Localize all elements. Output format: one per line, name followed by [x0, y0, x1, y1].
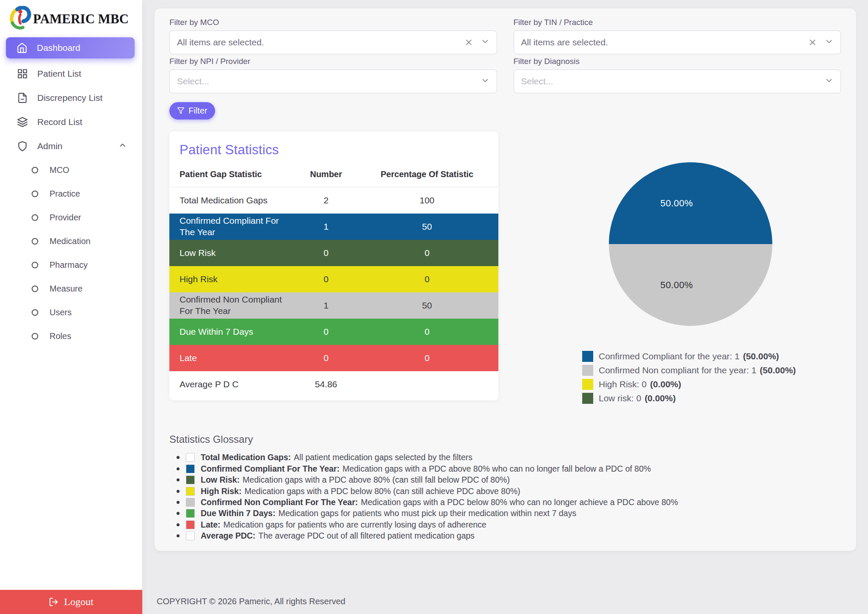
circle-icon — [31, 332, 39, 340]
filter-button[interactable]: Filter — [169, 102, 215, 119]
logout-icon — [49, 597, 58, 607]
table-row: Total Medication Gaps 2 100 — [169, 187, 498, 214]
chevron-down-icon[interactable] — [824, 76, 834, 87]
row-percentage: 50 — [356, 300, 498, 311]
glossary-description: Medication gaps with a PDC above 80% who… — [343, 464, 651, 474]
sidebar-item-admin[interactable]: Admin — [0, 134, 142, 158]
glossary-description: Medication gaps with a PDC below 80% (ca… — [244, 486, 520, 496]
sidebar-item-label: Patient List — [37, 69, 81, 79]
glossary-item: Low Risk: Medication gaps with a PDC abo… — [169, 474, 841, 485]
sidebar-item-discrepency-list[interactable]: Discrepency List — [0, 86, 142, 110]
glossary-swatch — [186, 475, 195, 484]
clear-icon[interactable] — [464, 38, 473, 47]
filter-npi-label: Filter by NPI / Provider — [169, 57, 497, 66]
filter-diagnosis-placeholder: Select... — [521, 76, 825, 86]
glossary-swatch — [186, 531, 195, 540]
filter-mco-value: All items are selected. — [177, 37, 464, 47]
sidebar-item-practice[interactable]: Practice — [0, 182, 142, 206]
chevron-down-icon[interactable] — [824, 37, 834, 48]
circle-icon — [31, 308, 39, 317]
sidebar-item-pharmacy[interactable]: Pharmacy — [0, 253, 142, 277]
filter-group-mco: Filter by MCO All items are selected. — [169, 17, 497, 54]
sidebar-item-label: Roles — [50, 331, 71, 341]
sidebar-item-label: Record List — [37, 117, 82, 127]
row-percentage: 100 — [356, 195, 498, 206]
pie-chart: 50.00% 50.00% — [609, 162, 772, 326]
file-icon — [17, 92, 28, 103]
filter-tin-label: Filter by TIN / Practice — [514, 18, 841, 27]
main-content: Filter by MCO All items are selected. Fi… — [142, 0, 868, 614]
glossary-term: Due Within 7 Days: — [201, 508, 275, 518]
brand-logo-icon — [8, 6, 31, 32]
sidebar-item-medication[interactable]: Medication — [0, 229, 142, 253]
filter-diagnosis-label: Filter by Diagnosis — [514, 57, 841, 66]
filter-mco-select[interactable]: All items are selected. — [169, 31, 497, 54]
brand-logo: PAMERIC MBC — [0, 0, 142, 32]
layers-icon — [17, 117, 28, 128]
chevron-up-icon[interactable] — [118, 141, 127, 152]
glossary-title: Statistics Glossary — [169, 433, 841, 445]
table-row: Due Within 7 Days 0 0 — [169, 319, 498, 345]
grid-icon — [17, 68, 28, 79]
clear-icon[interactable] — [808, 38, 817, 47]
logout-label: Logout — [64, 596, 93, 608]
glossary-term: Low Risk: — [201, 475, 240, 485]
sidebar-item-label: Pharmacy — [50, 260, 88, 270]
sidebar: PAMERIC MBC Dashboard Patient List Discr… — [0, 0, 142, 614]
glossary-description: Medication gaps with a PDC above 80% (ca… — [243, 475, 510, 485]
filter-npi-select[interactable]: Select... — [169, 69, 497, 93]
sidebar-item-record-list[interactable]: Record List — [0, 110, 142, 134]
sidebar-item-dashboard[interactable]: Dashboard — [6, 37, 135, 58]
glossary-swatch — [186, 464, 195, 473]
bullet-icon — [177, 534, 180, 537]
row-percentage: 0 — [356, 274, 498, 284]
filter-group-diagnosis: Filter by Diagnosis Select... — [514, 56, 841, 93]
glossary-swatch — [186, 487, 195, 496]
sidebar-item-provider[interactable]: Provider — [0, 206, 142, 229]
glossary-item: Confirmed Compliant For The Year: Medica… — [169, 463, 841, 474]
filter-tin-select[interactable]: All items are selected. — [514, 31, 841, 54]
logout-button[interactable]: Logout — [0, 590, 142, 614]
chevron-down-icon[interactable] — [481, 37, 490, 48]
glossary-swatch — [186, 509, 195, 518]
sidebar-item-roles[interactable]: Roles — [0, 324, 142, 348]
legend-swatch — [582, 351, 593, 362]
sidebar-item-users[interactable]: Users — [0, 300, 142, 324]
pie-slice-label: 50.00% — [660, 198, 693, 209]
filter-diagnosis-select[interactable]: Select... — [514, 69, 841, 93]
sidebar-item-label: Provider — [50, 213, 81, 222]
row-number: 1 — [296, 300, 356, 311]
row-label: Late — [169, 353, 296, 364]
glossary-term: Average PDC: — [201, 531, 255, 541]
chevron-down-icon[interactable] — [481, 76, 490, 87]
legend-item: Confirmed Compliant for the year: 1 (50.… — [582, 351, 796, 362]
sidebar-item-mco[interactable]: MCO — [0, 158, 142, 182]
page-title: Patient Statistics — [180, 142, 498, 158]
glossary-item: High Risk: Medication gaps with a PDC be… — [169, 486, 841, 497]
circle-icon — [31, 214, 39, 222]
legend-label: Low risk: 0 — [599, 393, 641, 403]
bullet-icon — [177, 512, 180, 515]
legend-swatch — [582, 393, 593, 404]
sidebar-item-measure[interactable]: Measure — [0, 277, 142, 300]
home-icon — [17, 42, 28, 53]
sidebar-item-label: Measure — [50, 284, 83, 294]
row-number: 0 — [296, 248, 356, 258]
legend-label: Confirmed Non compliant for the year: 1 — [599, 365, 756, 375]
circle-icon — [31, 166, 39, 174]
glossary-term: Confirmed Compliant For The Year: — [201, 464, 340, 474]
glossary-term: Late: — [201, 520, 221, 530]
sidebar-item-label: MCO — [50, 165, 69, 175]
glossary-item: Average PDC: The average PDC out of all … — [169, 530, 841, 541]
sidebar-nav: Dashboard Patient List Discrepency List … — [0, 37, 142, 348]
circle-icon — [31, 285, 39, 293]
filter-mco-label: Filter by MCO — [169, 18, 497, 27]
row-label: Total Medication Gaps — [169, 195, 296, 206]
glossary-swatch — [186, 453, 195, 462]
row-number: 0 — [296, 274, 356, 284]
row-percentage: 0 — [356, 327, 498, 337]
legend-percent: (0.00%) — [644, 393, 676, 403]
circle-icon — [31, 261, 39, 269]
sidebar-item-label: Admin — [37, 141, 63, 151]
sidebar-item-patient-list[interactable]: Patient List — [0, 61, 142, 86]
